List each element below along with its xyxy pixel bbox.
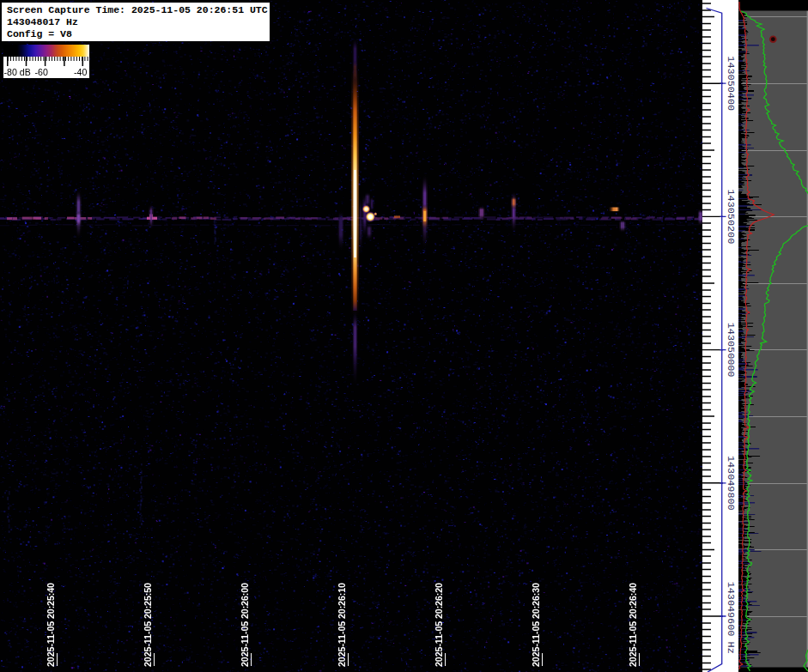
- svg-text:Hz: Hz: [725, 642, 737, 654]
- svg-text:143049600: 143049600: [725, 582, 737, 637]
- svg-text:143050200: 143050200: [725, 190, 737, 245]
- svg-text:143049800: 143049800: [725, 456, 737, 511]
- svg-text:143050400: 143050400: [725, 56, 737, 111]
- svg-text:143050000: 143050000: [725, 323, 737, 378]
